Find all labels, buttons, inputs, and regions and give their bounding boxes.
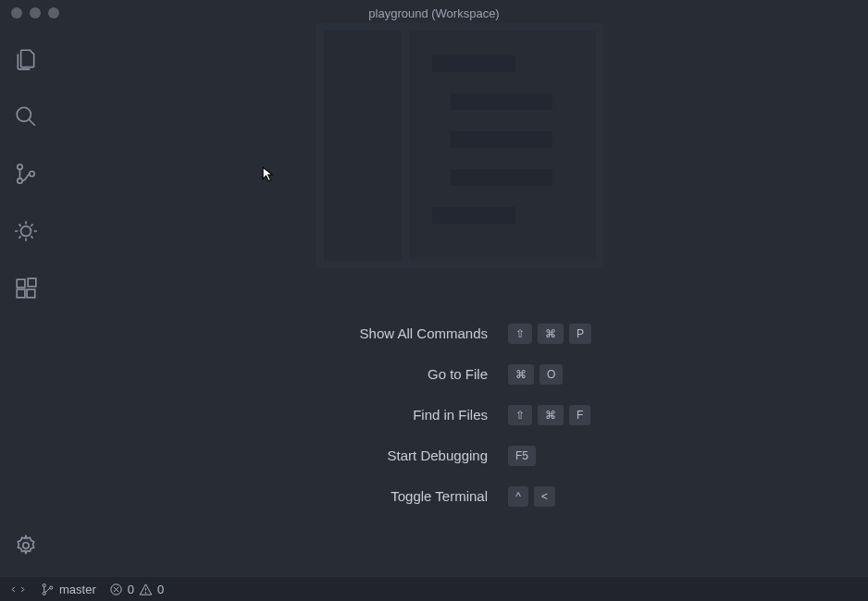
key: O — [539, 364, 563, 385]
shortcut-go-to-file: Go to File ⌘ O — [229, 364, 691, 385]
files-icon[interactable] — [4, 37, 48, 81]
key: ⌘ — [508, 364, 534, 385]
shortcut-keys: ⇧ ⌘ P — [508, 324, 591, 344]
svg-point-21 — [50, 586, 53, 589]
shortcut-label: Show All Commands — [229, 325, 488, 341]
remote-indicator[interactable] — [7, 579, 28, 599]
shortcut-label: Go to File — [229, 366, 488, 382]
status-bar: master 0 0 — [0, 577, 868, 601]
shortcut-start-debugging: Start Debugging F5 — [229, 446, 691, 466]
key: ⇧ — [508, 324, 532, 344]
settings-gear-icon[interactable] — [4, 523, 48, 568]
problems-status[interactable]: 0 0 — [109, 583, 164, 596]
shortcut-show-all-commands: Show All Commands ⇧ ⌘ P — [229, 324, 691, 344]
svg-rect-6 — [17, 279, 25, 288]
git-branch-status[interactable]: master — [41, 583, 96, 596]
shortcut-keys: ⇧ ⌘ F — [508, 405, 590, 425]
debug-icon[interactable] — [4, 209, 48, 253]
svg-point-4 — [30, 171, 34, 176]
svg-point-10 — [23, 543, 30, 549]
warning-count: 0 — [157, 583, 164, 596]
key: ^ — [508, 486, 528, 507]
svg-rect-16 — [451, 131, 552, 148]
traffic-lights — [0, 7, 59, 18]
key: ⌘ — [538, 405, 564, 425]
shortcut-keys: ^ < — [508, 486, 555, 507]
svg-line-1 — [29, 119, 35, 126]
svg-rect-9 — [28, 278, 36, 287]
minimize-window-button[interactable] — [30, 7, 41, 18]
key: F5 — [508, 446, 536, 466]
key: P — [569, 324, 591, 344]
git-branch-name: master — [59, 583, 96, 596]
shortcut-toggle-terminal: Toggle Terminal ^ < — [229, 486, 691, 507]
error-count: 0 — [128, 583, 134, 596]
maximize-window-button[interactable] — [48, 7, 59, 18]
shortcut-label: Find in Files — [229, 407, 488, 423]
svg-point-5 — [21, 227, 31, 237]
key: F — [569, 405, 590, 425]
extensions-icon[interactable] — [4, 266, 48, 311]
svg-point-0 — [17, 107, 31, 121]
svg-point-26 — [145, 592, 146, 593]
svg-rect-14 — [432, 55, 515, 72]
svg-rect-18 — [432, 207, 515, 224]
shortcut-label: Start Debugging — [229, 448, 488, 463]
key: ⇧ — [508, 405, 532, 425]
activity-bar — [0, 26, 52, 577]
shortcut-find-in-files: Find in Files ⇧ ⌘ F — [229, 405, 691, 425]
source-control-icon[interactable] — [4, 152, 48, 196]
editor-welcome-area: Show All Commands ⇧ ⌘ P Go to File ⌘ O F… — [52, 26, 868, 577]
svg-rect-7 — [17, 289, 25, 298]
shortcut-keys: ⌘ O — [508, 364, 563, 385]
window-title: playground (Workspace) — [368, 6, 499, 20]
svg-rect-15 — [451, 93, 552, 110]
svg-point-2 — [18, 165, 22, 169]
welcome-document-graphic — [316, 23, 603, 268]
search-icon[interactable] — [4, 94, 48, 139]
svg-rect-8 — [27, 289, 35, 298]
svg-point-20 — [43, 592, 45, 595]
close-window-button[interactable] — [11, 7, 22, 18]
shortcut-keys: F5 — [508, 446, 536, 466]
shortcut-label: Toggle Terminal — [229, 488, 488, 504]
svg-point-19 — [43, 583, 45, 586]
key: ⌘ — [538, 324, 564, 344]
svg-rect-12 — [324, 31, 403, 261]
key: < — [534, 486, 555, 507]
svg-rect-17 — [451, 169, 552, 186]
keyboard-shortcuts-list: Show All Commands ⇧ ⌘ P Go to File ⌘ O F… — [229, 324, 691, 507]
svg-point-3 — [18, 178, 22, 183]
